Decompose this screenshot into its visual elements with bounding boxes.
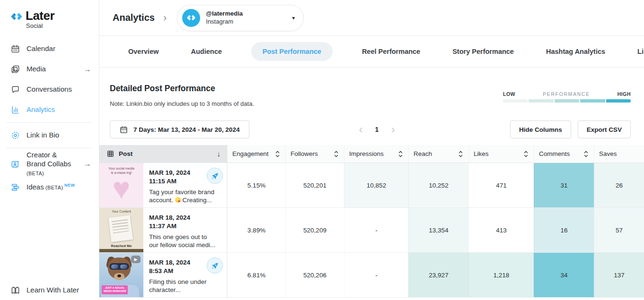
cell-reach: 23,927 (408, 253, 468, 297)
column-header-likes[interactable]: Likes (468, 145, 534, 163)
thumb-caption: Your Content (99, 210, 143, 213)
brand-subtitle: Social (26, 22, 54, 29)
tab-story-performance[interactable]: Story Performance (450, 42, 517, 61)
tab-linl[interactable]: Linl (635, 42, 644, 61)
creator-brand-icon (10, 159, 20, 169)
tab-reel-performance[interactable]: Reel Performance (359, 42, 423, 61)
sidebar-item-calendar[interactable]: Calendar (0, 39, 99, 59)
sidebar-item-label: Conversations (26, 85, 72, 94)
page-next-icon[interactable]: › (391, 124, 395, 135)
cell-followers: 520,209 (285, 208, 344, 252)
legend-segment (503, 99, 528, 103)
topbar: Analytics › @latermedia Instagram ▾ (99, 0, 644, 36)
arrow-right-icon: → (84, 160, 91, 168)
pagination: ‹ 1 › (359, 124, 395, 135)
sort-icon (334, 150, 338, 158)
calendar-icon (10, 44, 20, 54)
sort-icon (275, 150, 280, 158)
cell-impressions: - (344, 253, 408, 297)
cell-engagement: 6.81% (227, 253, 285, 297)
cell-followers: 520,206 (285, 253, 344, 297)
heart-icon: ♥ (99, 171, 143, 205)
sidebar-item-analytics[interactable]: Analytics (0, 100, 99, 120)
sidebar-divider (7, 122, 91, 123)
sidebar-item-ideas[interactable]: Ideas (BETA)NEW (0, 177, 99, 197)
column-header-label: Saves (599, 150, 617, 157)
sort-icon (459, 150, 463, 158)
column-header-label: Comments (539, 150, 570, 157)
column-header-comments[interactable]: Comments (534, 145, 594, 163)
legend-gradient-bar (503, 99, 631, 103)
post-thumbnail-dog-video[interactable]: ▶JUST A SOCIALMEDIA MANAGER (99, 253, 143, 297)
column-header-followers[interactable]: Followers (285, 145, 344, 163)
later-logo[interactable]: Later Social (0, 8, 99, 29)
table-body: Your social mediais a-maze-ing!♥MAR 19, … (99, 163, 644, 298)
column-header-label: Likes (474, 150, 489, 157)
column-header-label: Reach (414, 150, 432, 157)
dog-graphic (108, 257, 131, 279)
play-icon: ▶ (131, 256, 141, 263)
date-range-label: 7 Days: Mar 13, 2024 - Mar 20, 2024 (133, 126, 239, 133)
account-platform: Instagram (206, 18, 243, 26)
account-avatar (182, 9, 200, 27)
breadcrumb: Analytics (113, 12, 155, 23)
post-thumbnail-content[interactable]: Your ContentReached Me (99, 208, 143, 252)
column-header-label: Engagement (232, 150, 269, 157)
sidebar-menu: CalendarMedia→ConversationsAnalyticsLink… (0, 39, 99, 300)
cell-comments: 34 (534, 253, 594, 297)
performance-legend: LOW PERFORMANCE HIGH (503, 91, 631, 103)
sort-icon (524, 150, 528, 158)
sidebar-item-learn-with-later[interactable]: Learn With Later (0, 280, 99, 300)
cell-engagement: 5.15% (227, 163, 285, 207)
cell-likes: 471 (468, 163, 534, 207)
legend-performance-label: PERFORMANCE (515, 91, 618, 97)
sidebar-spacer (0, 197, 99, 280)
export-csv-button[interactable]: Export CSV (578, 120, 631, 138)
post-performance-table: Post ↓ EngagementFollowersImpressionsRea… (99, 145, 644, 298)
thumb-caption-bottom: Reached Me (99, 244, 143, 248)
table-row: Your ContentReached MeMAR 18, 202411:37 … (99, 208, 644, 253)
column-header-label: Followers (291, 150, 318, 157)
page-prev-icon[interactable]: ‹ (359, 124, 363, 135)
post-cell[interactable]: ▶JUST A SOCIALMEDIA MANAGERMAR 18, 20248… (99, 253, 227, 297)
thumb-table-edge (99, 249, 143, 252)
column-header-saves[interactable]: Saves (594, 145, 644, 163)
sidebar-item-creator-brand-collabs[interactable]: Creator & Brand Collabs (BETA)→ (0, 151, 99, 177)
cell-impressions: - (344, 208, 408, 252)
sidebar-item-conversations[interactable]: Conversations (0, 79, 99, 100)
cell-saves: 137 (594, 253, 644, 297)
column-header-post[interactable]: Post ↓ (99, 145, 227, 163)
sidebar: Later Social CalendarMedia→Conversations… (0, 0, 99, 300)
table-row: ▶JUST A SOCIALMEDIA MANAGERMAR 18, 20248… (99, 253, 644, 298)
analytics-icon (10, 105, 20, 115)
boost-rocket-badge[interactable] (207, 168, 223, 184)
column-header-engagement[interactable]: Engagement (227, 145, 285, 163)
tab-post-performance[interactable]: Post Performance (251, 42, 333, 61)
post-cell[interactable]: Your social mediais a-maze-ing!♥MAR 19, … (99, 163, 227, 207)
sidebar-item-media[interactable]: Media→ (0, 59, 99, 79)
tab-hashtag-analytics[interactable]: Hashtag Analytics (543, 42, 608, 61)
cell-likes: 413 (468, 208, 534, 252)
cell-saves: 26 (594, 163, 644, 207)
table-row: Your social mediais a-maze-ing!♥MAR 19, … (99, 163, 644, 208)
column-header-impressions[interactable]: Impressions (344, 145, 408, 163)
sidebar-item-link-in-bio[interactable]: Link in Bio (0, 125, 99, 146)
column-header-reach[interactable]: Reach (408, 145, 468, 163)
tab-audience[interactable]: Audience (188, 42, 225, 61)
boost-rocket-badge[interactable] (207, 257, 223, 274)
date-range-button[interactable]: 7 Days: Mar 13, 2024 - Mar 20, 2024 (110, 120, 249, 138)
main-panel: Detailed Post Performance Note: Linkin.b… (99, 68, 644, 300)
post-thumbnail-heart[interactable]: Your social mediais a-maze-ing!♥ (99, 163, 143, 207)
beta-tag: (BETA) (44, 185, 63, 190)
cell-comments: 16 (534, 208, 594, 252)
legend-segment (555, 99, 579, 103)
account-selector[interactable]: @latermedia Instagram ▾ (177, 5, 304, 31)
legend-high-label: HIGH (618, 91, 631, 97)
tab-overview[interactable]: Overview (125, 42, 162, 61)
arrow-right-icon: → (84, 65, 91, 74)
learn-icon (10, 286, 20, 295)
post-cell[interactable]: Your ContentReached MeMAR 18, 202411:37 … (99, 208, 227, 252)
media-icon (10, 65, 20, 74)
post-caption: Filing this one undercharacter... (149, 278, 222, 294)
hide-columns-button[interactable]: Hide Columns (510, 120, 571, 138)
